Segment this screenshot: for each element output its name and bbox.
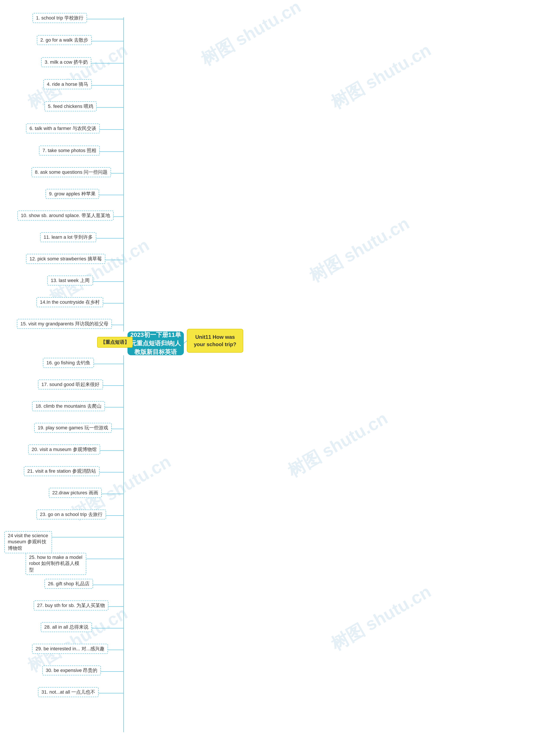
- watermark-2: 树图 shutu.cn: [197, 0, 305, 72]
- phrase-30: 30. be expensive 昂贵的: [42, 665, 101, 675]
- phrase-13: 13. last week 上周: [47, 276, 93, 285]
- center-node: 2023初一下册11单元重点短语归纳|人教版新目标英语: [127, 331, 184, 355]
- phrase-1: 1. school trip 学校旅行: [33, 13, 87, 23]
- phrase-5: 5. feed chickens 喂鸡: [44, 101, 97, 111]
- phrase-24: 24 visit the science museum 参观科技博物馆: [4, 531, 52, 553]
- connector-lines: [0, 0, 555, 756]
- watermark-5: 树图 shutu.cn: [305, 212, 414, 288]
- phrase-10: 10. show sb. around splace. 带某人逛某地: [17, 210, 114, 221]
- phrase-25: 25. how to make a model robot 如何制作机器人模型: [26, 553, 86, 575]
- phrase-26: 26. gift shop 礼品店: [44, 579, 93, 589]
- phrase-27: 27. buy sth for sb. 为某人买某物: [34, 601, 109, 610]
- svg-line-1: [184, 341, 187, 343]
- phrase-3: 3. milk a cow 挤牛奶: [41, 57, 91, 67]
- label-tag: 【重点短语】: [97, 337, 133, 348]
- phrase-8: 8. ask some questions 问一些问题: [32, 167, 111, 177]
- canvas: 树图 shutu.cn 树图 shutu.cn 树图 shutu.cn 树图 s…: [0, 0, 555, 756]
- phrase-6: 6. talk with a farmer 与农民交谈: [26, 124, 100, 133]
- phrase-19: 19. play some games 玩一些游戏: [34, 423, 112, 433]
- phrase-28: 28. all in all 总得来说: [41, 622, 92, 632]
- phrase-11: 11. learn a lot 学到许多: [40, 232, 96, 242]
- phrase-18: 18. climb the mountains 去爬山: [32, 401, 105, 411]
- watermark-9: 树图 shutu.cn: [327, 580, 435, 656]
- phrase-2: 2. go for a walk 去散步: [37, 35, 92, 45]
- phrase-4: 4. ride a horse 骑马: [43, 79, 92, 89]
- phrase-9: 9. grow apples 种苹果: [46, 189, 99, 199]
- phrase-14: 14.In the countryside 在乡村: [36, 297, 103, 307]
- phrase-16: 16. go fishing 去钓鱼: [43, 358, 94, 368]
- phrase-7: 7. take some photos 照相: [39, 146, 100, 155]
- phrase-22: 22.draw pictures 画画: [49, 488, 102, 498]
- phrase-29: 29. be interested in... 对...感兴趣: [32, 644, 108, 654]
- phrase-12: 12. pick some strawberries 摘草莓: [26, 254, 105, 264]
- right-node: Unit11 How was your school trip?: [187, 329, 243, 353]
- phrase-20: 20. visit a museum 参观博物馆: [28, 444, 100, 455]
- phrase-17: 17. sound good 听起来很好: [38, 380, 103, 389]
- phrase-21: 21. visit a fire station 参观消防站: [24, 466, 99, 476]
- phrase-23: 23. go on a school trip 去旅行: [36, 510, 106, 519]
- phrase-31: 31. not...at all 一点儿也不: [38, 687, 99, 697]
- watermark-3: 树图 shutu.cn: [327, 39, 435, 114]
- watermark-7: 树图 shutu.cn: [284, 407, 392, 483]
- phrase-15: 15. visit my grandparents 拜访我的祖父母: [17, 319, 112, 329]
- center-title: 2023初一下册11单元重点短语归纳|人教版新目标英语: [130, 331, 182, 356]
